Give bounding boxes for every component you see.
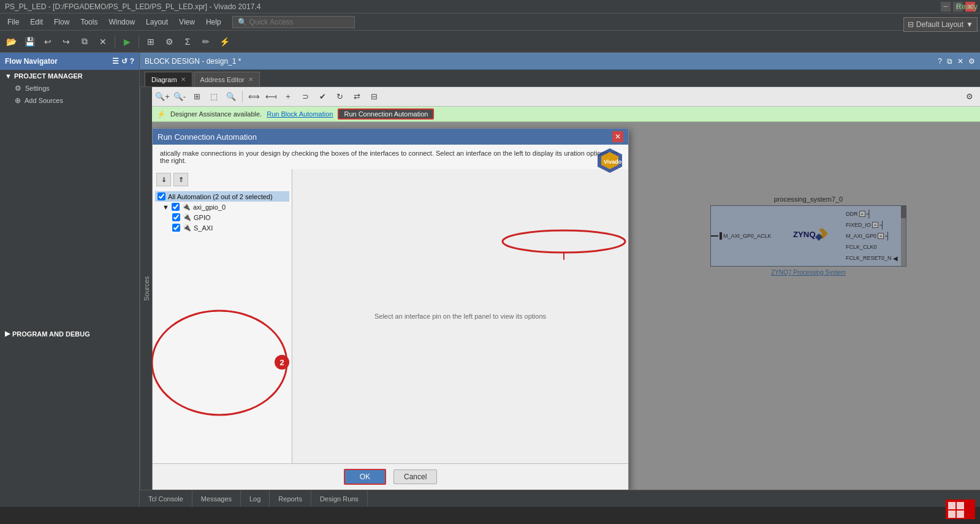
zoom-in-button[interactable]: 🔍+ bbox=[154, 89, 170, 105]
menu-edit[interactable]: Edit bbox=[25, 17, 48, 28]
tab-address-editor[interactable]: Address Editor ✕ bbox=[194, 72, 260, 86]
ok-button[interactable]: OK bbox=[344, 469, 386, 485]
tree-root-checkbox[interactable] bbox=[158, 192, 165, 200]
tree-gpio-label: GPIO bbox=[194, 214, 211, 221]
layout-dropdown-label: Default Layout bbox=[916, 20, 963, 29]
copy-button[interactable]: ⧉ bbox=[76, 33, 93, 50]
nav-help-icon[interactable]: ? bbox=[130, 57, 134, 66]
dialog-left-panel: ⇓ ⇑ All Automation (2 out of 2 selected) bbox=[153, 169, 292, 463]
tree-item-checkbox[interactable] bbox=[172, 203, 180, 211]
add-ip-button[interactable]: + bbox=[280, 89, 296, 105]
tab-diagram-label: Diagram bbox=[151, 76, 177, 83]
nav-item-add-sources[interactable]: ⊕ Add Sources bbox=[0, 94, 139, 107]
nav-add-sources-label: Add Sources bbox=[25, 97, 63, 104]
run-sim-button[interactable]: ▶ bbox=[118, 33, 135, 50]
delete-button[interactable]: ✕ bbox=[94, 33, 112, 50]
search-icon: 🔍 bbox=[238, 18, 247, 26]
bd-float-icon[interactable]: ⧉ bbox=[947, 57, 952, 66]
refresh-button[interactable]: ↻ bbox=[332, 89, 348, 105]
nav-collapse-icon[interactable]: ☰ bbox=[112, 57, 119, 66]
collapse-all-button[interactable]: ⇑ bbox=[173, 173, 188, 186]
nav-restore-icon[interactable]: ↺ bbox=[121, 57, 127, 66]
tab-diagram[interactable]: Diagram ✕ bbox=[145, 72, 192, 86]
select-button[interactable]: ⬚ bbox=[206, 89, 222, 105]
cancel-button[interactable]: Cancel bbox=[393, 469, 437, 484]
block-design-controls: ? ⧉ ✕ ⚙ bbox=[938, 57, 975, 66]
connect-button[interactable]: ⊃ bbox=[297, 89, 313, 105]
nav-section-project-header[interactable]: ▼ PROJECT MANAGER bbox=[0, 70, 139, 82]
bottom-tab-messages-label: Messages bbox=[201, 495, 232, 503]
sources-panel[interactable]: Sources bbox=[140, 87, 152, 490]
layout-button[interactable]: ⊟ bbox=[366, 89, 382, 105]
dialog-main-area: ⇓ ⇑ All Automation (2 out of 2 selected) bbox=[153, 169, 628, 463]
tree-gpio-checkbox[interactable] bbox=[172, 213, 180, 221]
save-button[interactable]: 💾 bbox=[21, 33, 38, 50]
chevron-right-icon: ▶ bbox=[5, 330, 10, 338]
redo-button[interactable]: ↪ bbox=[58, 33, 75, 50]
tab-address-close[interactable]: ✕ bbox=[248, 76, 253, 83]
align-h-button[interactable]: ⟺ bbox=[246, 89, 262, 105]
block-design-canvas[interactable]: processing_system7_0 M_AXI_GP0_ACLK bbox=[152, 122, 980, 490]
menu-flow[interactable]: Flow bbox=[49, 17, 74, 28]
layout-area: ⊟ Default Layout ▼ bbox=[903, 17, 978, 32]
dialog-title-bar: Run Connection Automation ✕ bbox=[153, 129, 628, 145]
menu-window[interactable]: Window bbox=[104, 17, 140, 28]
nav-section-debug-header[interactable]: ▶ PROGRAM AND DEBUG bbox=[0, 327, 139, 340]
menu-layout[interactable]: Layout bbox=[141, 17, 173, 28]
zoom-out-button[interactable]: 🔍- bbox=[172, 89, 188, 105]
minimize-button[interactable]: ─ bbox=[941, 2, 951, 12]
diag-settings-button[interactable]: ⚙ bbox=[962, 89, 978, 105]
toolbar-separator-2 bbox=[139, 35, 139, 48]
tree-saxi-checkbox[interactable] bbox=[172, 224, 180, 232]
bottom-tab-design-runs[interactable]: Design Runs bbox=[311, 490, 368, 507]
menu-help[interactable]: Help bbox=[201, 17, 226, 28]
expand-all-button[interactable]: ⇓ bbox=[156, 173, 171, 186]
undo-button[interactable]: ↩ bbox=[39, 33, 56, 50]
run-connection-automation-button[interactable]: Run Connection Automation bbox=[338, 108, 434, 120]
tab-diagram-close[interactable]: ✕ bbox=[181, 76, 186, 83]
dialog-close-button[interactable]: ✕ bbox=[612, 131, 623, 142]
sigma-button[interactable]: Σ bbox=[179, 33, 196, 50]
tree-sub-saxi[interactable]: 🔌 S_AXI bbox=[155, 222, 289, 233]
route-button[interactable]: ⇄ bbox=[349, 89, 365, 105]
dialog-title-text: Run Connection Automation bbox=[158, 132, 257, 142]
bottom-tab-reports-label: Reports bbox=[278, 495, 302, 503]
layout-dropdown[interactable]: ⊟ Default Layout ▼ bbox=[903, 17, 978, 32]
fit-button[interactable]: ⊞ bbox=[189, 89, 205, 105]
quick-access-bar[interactable]: 🔍 bbox=[232, 16, 355, 28]
dialog-overlay: Run Connection Automation ✕ Vivado bbox=[152, 122, 980, 490]
tree-item-axi-gpio[interactable]: ▼ 🔌 axi_gpio_0 bbox=[155, 202, 289, 212]
assist-text: Designer Assistance available. bbox=[170, 110, 262, 118]
nav-item-settings[interactable]: Settings bbox=[0, 82, 139, 94]
bottom-tab-log[interactable]: Log bbox=[241, 490, 270, 507]
bd-settings-icon[interactable]: ⚙ bbox=[968, 57, 975, 66]
bp-button[interactable]: ⊞ bbox=[142, 33, 159, 50]
chevron-down-icon: ▼ bbox=[5, 72, 12, 80]
title-bar: PS_PL_LED - [D:/FPGADEMO/PS_PL_LED/PS_PL… bbox=[0, 0, 980, 13]
align-v-button[interactable]: ⟻ bbox=[263, 89, 279, 105]
compile-btn[interactable]: ⚡ bbox=[216, 33, 233, 50]
search-diag-button[interactable]: 🔍 bbox=[223, 89, 239, 105]
menu-bar: File Edit Flow Tools Window Layout View … bbox=[0, 13, 980, 31]
open-button[interactable]: 📂 bbox=[2, 33, 20, 50]
main-toolbar: 📂 💾 ↩ ↪ ⧉ ✕ ▶ ⊞ ⚙ Σ ✏ ⚡ bbox=[0, 31, 980, 53]
tree-sub-gpio[interactable]: 🔌 GPIO bbox=[155, 212, 289, 222]
bottom-tab-tcl[interactable]: Tcl Console bbox=[140, 490, 192, 507]
settings2-button[interactable]: ⚙ bbox=[161, 33, 178, 50]
quick-access-input[interactable] bbox=[249, 18, 348, 26]
bd-close-icon[interactable]: ✕ bbox=[957, 57, 963, 66]
menu-view[interactable]: View bbox=[174, 17, 200, 28]
add-sources-icon: ⊕ bbox=[15, 96, 21, 105]
tree-root-all-automation[interactable]: All Automation (2 out of 2 selected) bbox=[155, 191, 289, 202]
menu-file[interactable]: File bbox=[2, 17, 24, 28]
main-layout: Flow Navigator ☰ ↺ ? ▼ PROJECT MANAGER S… bbox=[0, 53, 980, 507]
bottom-tab-reports[interactable]: Reports bbox=[270, 490, 311, 507]
nav-section-project: ▼ PROJECT MANAGER Settings ⊕ Add Sources bbox=[0, 70, 139, 107]
bottom-tab-messages[interactable]: Messages bbox=[192, 490, 241, 507]
menu-tools[interactable]: Tools bbox=[75, 17, 102, 28]
edit-btn[interactable]: ✏ bbox=[197, 33, 215, 50]
tree-item-axi-label: axi_gpio_0 bbox=[193, 203, 226, 211]
validate-button[interactable]: ✔ bbox=[314, 89, 330, 105]
run-block-automation-link[interactable]: Run Block Automation bbox=[267, 110, 333, 118]
bd-help-icon[interactable]: ? bbox=[938, 57, 942, 66]
